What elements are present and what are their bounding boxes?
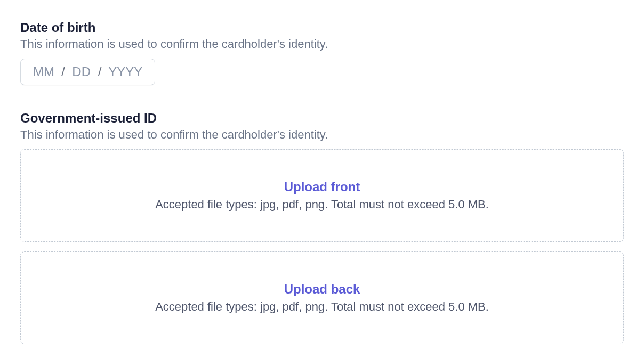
upload-back-hint: Accepted file types: jpg, pdf, png. Tota… bbox=[155, 300, 489, 313]
upload-front-hint: Accepted file types: jpg, pdf, png. Tota… bbox=[155, 198, 489, 211]
id-title: Government-issued ID bbox=[20, 111, 624, 126]
dob-year-input[interactable] bbox=[107, 64, 144, 79]
dob-separator-1: / bbox=[56, 64, 70, 79]
dob-separator-2: / bbox=[93, 64, 107, 79]
upload-back-label: Upload back bbox=[31, 282, 613, 297]
dob-title: Date of birth bbox=[20, 20, 624, 35]
dob-description: This information is used to confirm the … bbox=[20, 37, 624, 51]
government-id-section: Government-issued ID This information is… bbox=[20, 111, 624, 344]
dob-day-input[interactable] bbox=[70, 64, 93, 79]
id-description: This information is used to confirm the … bbox=[20, 128, 624, 142]
date-of-birth-section: Date of birth This information is used t… bbox=[20, 20, 624, 85]
upload-front-box[interactable]: Upload front Accepted file types: jpg, p… bbox=[20, 149, 624, 242]
upload-front-label: Upload front bbox=[31, 180, 613, 194]
dob-month-input[interactable] bbox=[31, 64, 56, 79]
dob-input-group: / / bbox=[20, 59, 155, 85]
upload-back-box[interactable]: Upload back Accepted file types: jpg, pd… bbox=[20, 251, 624, 344]
